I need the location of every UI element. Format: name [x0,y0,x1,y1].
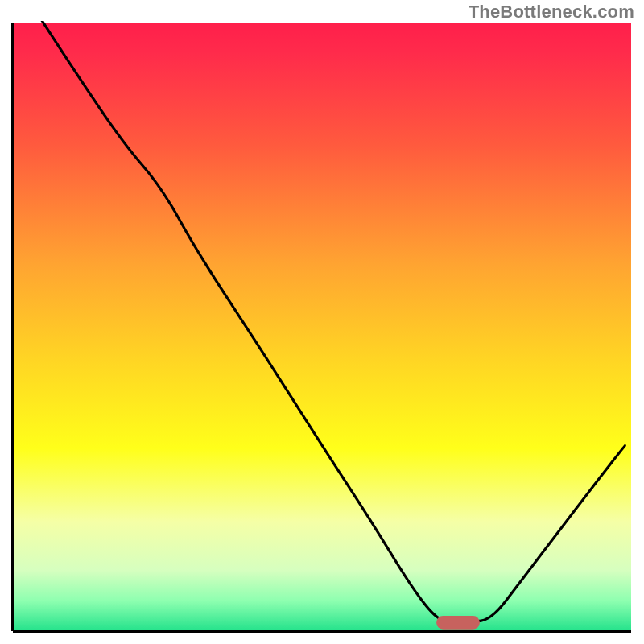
gradient-background [13,23,631,631]
chart-container: TheBottleneck.com [0,0,644,644]
plot-area [11,21,633,633]
chart-svg [11,21,633,633]
attribution-label: TheBottleneck.com [469,2,634,23]
optimum-marker [436,616,480,630]
